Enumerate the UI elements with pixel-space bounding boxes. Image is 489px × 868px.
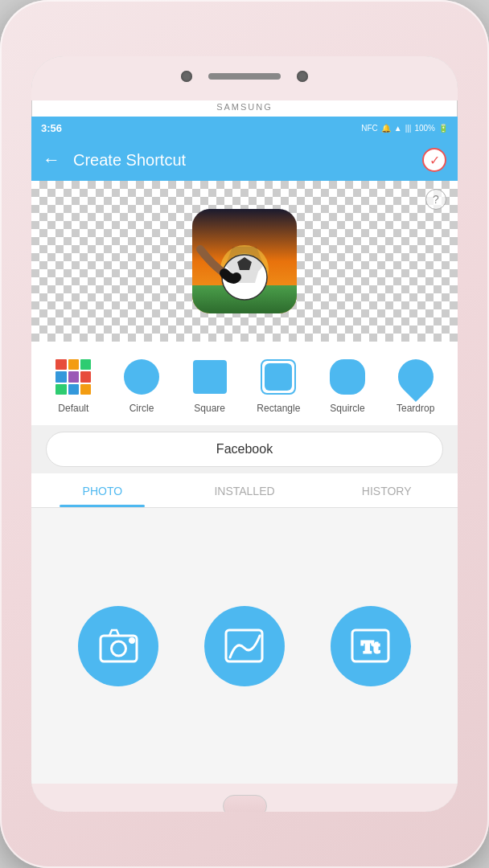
check-icon: ✓ xyxy=(429,153,440,168)
name-input-section xyxy=(31,425,458,473)
square-icon xyxy=(193,360,227,394)
tab-history[interactable]: HISTORY xyxy=(315,473,458,507)
squircle-icon xyxy=(330,359,365,395)
nfc-icon: NFC xyxy=(361,124,378,133)
shape-icon-circle xyxy=(121,356,162,398)
tab-installed[interactable]: INSTALLED xyxy=(174,473,316,507)
confirm-button[interactable]: ✓ xyxy=(422,148,446,172)
camera-button[interactable] xyxy=(78,606,158,686)
text-button[interactable]: Tt xyxy=(331,606,411,686)
back-button[interactable]: ← xyxy=(43,149,60,170)
shape-label-teardrop: Teardrop xyxy=(397,403,434,414)
camera-icon xyxy=(97,624,141,668)
status-icons: NFC 🔔 ▲ ||| 100% 🔋 xyxy=(361,124,448,133)
wifi-icon: ▲ xyxy=(394,124,402,133)
shape-item-default[interactable]: Default xyxy=(52,356,94,414)
front-camera xyxy=(181,71,192,82)
tabs-section: PHOTO INSTALLED HISTORY xyxy=(31,473,458,508)
header: ← Create Shortcut ✓ xyxy=(31,139,458,181)
shape-icon-teardrop xyxy=(395,356,437,398)
status-bar: 3:56 NFC 🔔 ▲ ||| 100% 🔋 xyxy=(31,117,458,139)
shape-item-square[interactable]: Square xyxy=(189,356,231,414)
preview-area: ? xyxy=(31,181,458,342)
svg-text:Tt: Tt xyxy=(362,637,380,657)
shape-item-squircle[interactable]: Squircle xyxy=(327,356,368,414)
gallery-button[interactable] xyxy=(204,606,285,686)
phone-top-bar xyxy=(31,56,458,100)
rectangle-selected-border xyxy=(261,359,296,395)
shape-icon-square xyxy=(189,356,231,398)
notification-icon: 🔔 xyxy=(381,124,391,133)
status-time: 3:56 xyxy=(41,122,62,134)
screen: 3:56 NFC 🔔 ▲ ||| 100% 🔋 ← Create Shortcu… xyxy=(31,117,458,784)
shape-item-teardrop[interactable]: Teardrop xyxy=(395,356,437,414)
tab-photo[interactable]: PHOTO xyxy=(31,473,174,507)
shape-icon-rectangle xyxy=(257,356,299,398)
battery-label: 100% xyxy=(414,124,435,133)
phone-frame: SAMSUNG 3:56 NFC 🔔 ▲ ||| 100% 🔋 ← Create… xyxy=(31,56,458,812)
phone-bottom-bar xyxy=(31,784,458,812)
default-grid-icon xyxy=(55,359,91,395)
shape-label-rectangle: Rectangle xyxy=(257,403,300,414)
circle-icon xyxy=(124,359,159,395)
help-button[interactable]: ? xyxy=(425,189,446,210)
shape-item-circle[interactable]: Circle xyxy=(121,356,162,414)
shape-row: Default Circle Square xyxy=(39,356,450,414)
shape-label-squircle: Squircle xyxy=(330,403,364,414)
battery-icon: 🔋 xyxy=(438,124,448,133)
home-button[interactable] xyxy=(223,795,267,813)
speaker-area xyxy=(181,71,308,82)
speaker-grill xyxy=(208,73,281,80)
shape-item-rectangle[interactable]: Rectangle xyxy=(257,356,300,414)
shape-section: Default Circle Square xyxy=(31,342,458,425)
content-area: Tt xyxy=(31,508,458,784)
teardrop-icon xyxy=(391,352,441,402)
phone-outer: SAMSUNG 3:56 NFC 🔔 ▲ ||| 100% 🔋 ← Create… xyxy=(0,0,489,868)
gallery-icon xyxy=(222,624,266,668)
svg-point-13 xyxy=(111,641,125,656)
svg-point-14 xyxy=(129,639,134,643)
help-icon: ? xyxy=(433,193,439,206)
app-icon-preview[interactable] xyxy=(192,209,297,313)
page-title: Create Shortcut xyxy=(73,151,409,170)
signal-icon: ||| xyxy=(405,124,412,133)
rectangle-icon xyxy=(265,363,292,391)
sensor-dot xyxy=(297,71,308,82)
brand-label: SAMSUNG xyxy=(31,100,458,117)
shape-icon-squircle xyxy=(327,356,368,398)
shape-label-default: Default xyxy=(58,403,88,414)
shape-icon-default xyxy=(52,356,94,398)
shape-label-square: Square xyxy=(194,403,225,414)
app-name-input[interactable] xyxy=(46,432,443,467)
shape-label-circle: Circle xyxy=(129,403,154,414)
text-icon: Tt xyxy=(348,624,392,668)
